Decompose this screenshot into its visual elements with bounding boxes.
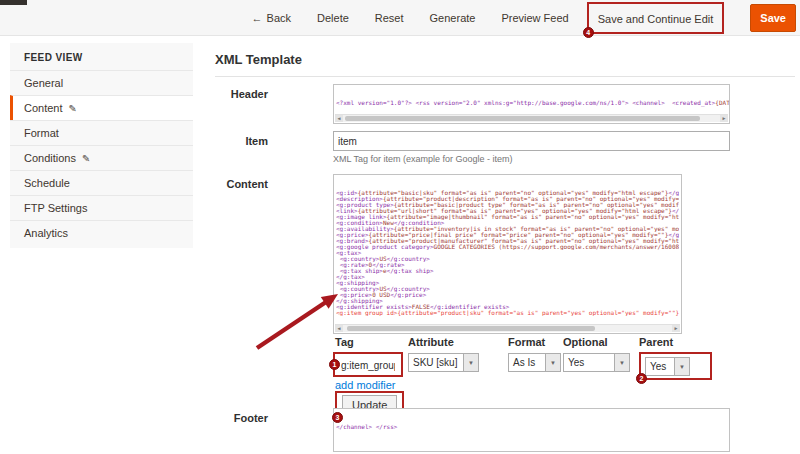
feed-edit-page: ← Back Delete Reset Generate Preview Fee…	[0, 0, 800, 454]
content-template-textarea[interactable]: <g:id>{attribute="basic|sku" format="as_…	[333, 174, 682, 334]
tag-annotation-box: 1	[333, 352, 403, 377]
content-code: <g:id>{attribute="basic|sku" format="as_…	[334, 187, 681, 316]
footer-code: </channel> </rss>	[334, 421, 729, 430]
parent-select[interactable]: Yes ▼	[645, 357, 690, 376]
admin-menu-stub	[0, 0, 27, 5]
sidebar-item-schedule[interactable]: Schedule	[10, 170, 193, 195]
sidebar-item-ftp-settings[interactable]: FTP Settings	[10, 195, 193, 220]
header-horizontal-scrollbar[interactable]: ◀ ▶	[335, 114, 728, 122]
sidebar-item-format[interactable]: Format	[10, 120, 193, 145]
xml-template-form: XML Template Header <?xml version="1.0"?…	[215, 0, 800, 454]
sidebar-item-general[interactable]: General	[10, 70, 193, 95]
scroll-right-arrow-icon[interactable]: ▶	[672, 325, 680, 332]
parent-cell: Yes ▼ 2	[639, 352, 712, 380]
attribute-select[interactable]: SKU [sku] ▼	[408, 353, 479, 372]
scroll-left-arrow-icon[interactable]: ◀	[335, 115, 343, 122]
header-code: <?xml version="1.0"?> <rss version="2.0"…	[334, 97, 729, 106]
footer-template-textarea[interactable]: </channel> </rss>	[333, 408, 730, 452]
format-select-value: As Is	[509, 354, 545, 371]
sidebar-item-analytics[interactable]: Analytics	[10, 220, 193, 245]
chevron-down-icon[interactable]: ▼	[674, 358, 689, 375]
column-header-parent: Parent	[639, 336, 673, 348]
optional-cell: Yes ▼	[563, 352, 630, 372]
format-select[interactable]: As Is ▼	[508, 353, 561, 372]
content-field-label: Content	[215, 178, 268, 190]
chevron-down-icon[interactable]: ▼	[545, 354, 560, 371]
scrollbar-thumb[interactable]	[347, 326, 595, 331]
step-4-marker: 4	[583, 27, 594, 38]
column-header-format: Format	[508, 336, 545, 348]
section-title: XML Template	[215, 52, 302, 67]
parent-annotation-box: Yes ▼ 2	[639, 352, 712, 380]
add-modifier-link[interactable]: add modifier	[335, 379, 396, 391]
sidebar-item-conditions[interactable]: Conditions✎	[10, 145, 193, 170]
sidebar-item-content[interactable]: Content✎	[10, 95, 193, 120]
content-horizontal-scrollbar[interactable]: ◀ ▶	[335, 324, 680, 332]
title-divider	[215, 76, 795, 77]
chevron-down-icon[interactable]: ▼	[614, 354, 629, 371]
tag-cell: 1	[333, 352, 403, 377]
step-3-marker: 3	[332, 412, 343, 423]
footer-field-label: Footer	[215, 412, 268, 424]
step-1-marker: 1	[329, 359, 340, 370]
header-template-textarea[interactable]: <?xml version="1.0"?> <rss version="2.0"…	[333, 84, 730, 124]
tag-input[interactable]	[337, 358, 399, 374]
scroll-right-arrow-icon[interactable]: ▶	[720, 115, 728, 122]
attribute-select-value: SKU [sku]	[409, 354, 463, 371]
sidebar-title: FEED VIEW	[10, 43, 193, 70]
column-header-tag: Tag	[335, 336, 354, 348]
parent-select-value: Yes	[646, 358, 674, 375]
item-field-label: Item	[215, 135, 268, 147]
item-field-note: XML Tag for item (example for Google - i…	[333, 154, 513, 164]
step-2-marker: 2	[636, 373, 647, 384]
edit-pencil-icon: ✎	[82, 153, 90, 164]
header-field-label: Header	[215, 88, 268, 100]
chevron-down-icon[interactable]: ▼	[463, 354, 478, 371]
optional-select[interactable]: Yes ▼	[563, 353, 630, 372]
format-cell: As Is ▼	[508, 352, 561, 372]
optional-select-value: Yes	[564, 354, 614, 371]
feed-view-sidebar: FEED VIEW General Content✎ Format Condit…	[10, 43, 193, 248]
scrollbar-thumb[interactable]	[345, 116, 700, 121]
edit-pencil-icon: ✎	[69, 103, 77, 114]
tag-modifier-editor: Tag Attribute Format Optional Parent 1 S…	[333, 336, 740, 406]
scroll-left-arrow-icon[interactable]: ◀	[335, 325, 343, 332]
item-tag-input[interactable]	[333, 131, 730, 151]
column-header-attribute: Attribute	[408, 336, 454, 348]
attribute-cell: SKU [sku] ▼	[408, 352, 479, 372]
column-header-optional: Optional	[563, 336, 608, 348]
